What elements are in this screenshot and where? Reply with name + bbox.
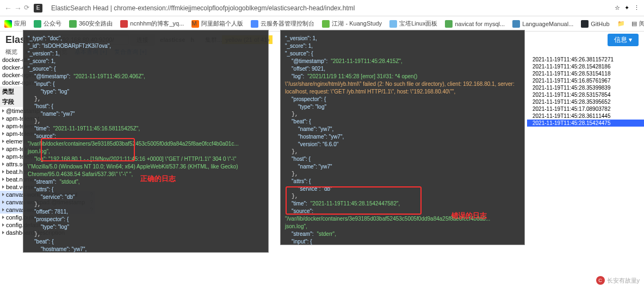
lang-icon [512,20,520,28]
table-row[interactable]: 2021-11-19T11:45:28.35395652 [527,98,644,105]
label-correct-log: 正确的日志 [140,174,176,184]
bookmark-kuang[interactable]: 江湖 - KuangStudy [322,20,382,28]
tab-overview[interactable]: 概览 [5,48,17,55]
bookmark-github[interactable]: GitHub [581,20,609,28]
extension-icon: E [34,4,42,12]
bookmark-csdn[interactable]: ncnhhm的博客_yq... [120,20,184,28]
forward-icon[interactable]: → [14,4,22,12]
bookmark-weixin[interactable]: 公众号 [34,20,61,28]
nav-arrows: ← → ⟳ [4,4,29,12]
table-row[interactable]: 2021-11-19T11:45:28.35399839 [527,84,644,91]
table-row[interactable]: 2021-11-19T11:45:28.53154118 [527,70,644,77]
bookmarks-bar: 应用 公众号 360安全路由 ncnhhm的博客_yq... M阿里邮箱个人版 … [0,16,644,32]
bookmark-cloud[interactable]: 云服务器管理控制台 [251,20,314,28]
csdn-icon [120,20,128,28]
extensions-icon[interactable]: ✦ [624,4,629,11]
table-row[interactable]: 2021-11-19T11:45:26.381157271 [527,56,644,63]
info-button[interactable]: 信息 ▾ [608,34,639,46]
table-row[interactable]: 2021-11-19T11:45:28.36111445 [527,112,644,120]
label-error-log: 错误的日志 [451,211,487,221]
json-popup-right[interactable]: "_version": 1, "_score": 1, "_source": {… [280,30,525,245]
navicat-icon [445,20,453,28]
json-popup-left[interactable]: "_type": "doc", "_id": "IsDOHOBARpFTzK3i… [23,30,269,253]
mail-icon: M [191,20,199,28]
table-row[interactable]: 2021-11-19T11:45:28.15424475 [527,120,644,127]
apps-icon [4,20,12,28]
360-icon [69,20,77,28]
weixin-icon [34,20,41,28]
reading-list[interactable]: ▤ 阅读清单 [631,20,644,28]
table-row[interactable]: 2021-11-19T11:45:17.08903782 [527,105,644,112]
star-icon[interactable]: ☆ [615,4,620,11]
bookmark-baota[interactable]: 宝塔Linux面板 [389,20,437,28]
table-row[interactable]: 2021-11-19T11:45:28.53157854 [527,91,644,98]
results-table: 2021-11-19T11:45:26.3811572712021-11-19T… [527,56,644,127]
apps-button[interactable]: 应用 [4,20,26,28]
kuang-icon [322,20,330,28]
cloud-icon [251,20,258,28]
bookmark-lang[interactable]: LanguageManual... [512,20,573,28]
table-row[interactable]: 2021-11-19T11:45:28.15428186 [527,63,644,70]
url-bar[interactable]: ElasticSearch Head | chrome-extension://… [47,4,610,12]
bookmark-360[interactable]: 360安全路由 [69,20,113,28]
table-row[interactable]: 2021-11-19T11:45:16.85761967 [527,77,644,84]
watermark: C 长安有故里y [596,276,640,285]
bookmark-aliyun[interactable]: M阿里邮箱个人版 [191,20,243,28]
back-icon[interactable]: ← [4,4,12,12]
github-icon [581,20,589,28]
browser-bar: ← → ⟳ E ElasticSearch Head | chrome-exte… [0,0,644,16]
reload-icon[interactable]: ⟳ [24,4,29,12]
folder-icon[interactable]: 📁 [617,20,625,28]
watermark-icon: C [596,276,605,285]
baota-icon [389,20,397,28]
menu-icon[interactable]: ⋮ [634,4,640,11]
bookmark-navicat[interactable]: navicat for mysql... [445,20,505,28]
